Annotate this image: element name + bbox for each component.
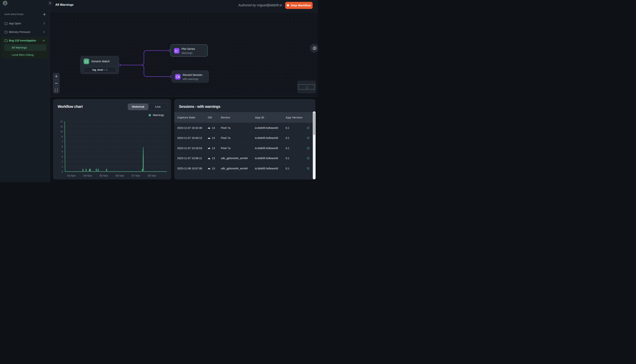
svg-text:06 Nov: 06 Nov — [115, 174, 124, 177]
svg-text:0: 0 — [61, 170, 63, 173]
svg-text:5: 5 — [61, 150, 63, 153]
svg-text:4: 4 — [61, 155, 63, 158]
svg-text:12: 12 — [60, 120, 63, 123]
svg-text:1: 1 — [61, 165, 63, 168]
svg-text:6: 6 — [61, 145, 63, 148]
svg-text:08 Nov: 08 Nov — [148, 174, 156, 177]
svg-text:04 Nov: 04 Nov — [83, 174, 92, 177]
svg-text:10: 10 — [60, 130, 63, 133]
svg-text:7: 7 — [61, 140, 63, 143]
svg-text:2: 2 — [61, 160, 63, 163]
svg-text:11: 11 — [60, 125, 63, 128]
svg-text:{ }: { } — [85, 60, 88, 63]
svg-text:03 Nov: 03 Nov — [67, 174, 76, 177]
svg-text:8: 8 — [61, 135, 63, 138]
svg-text:07 Nov: 07 Nov — [132, 174, 140, 177]
svg-text:05 Nov: 05 Nov — [99, 174, 108, 177]
